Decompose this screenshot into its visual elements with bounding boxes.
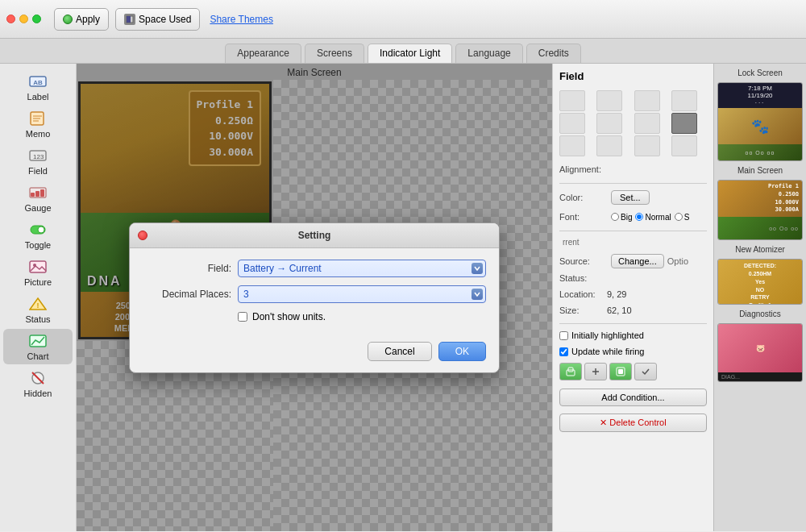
- sidebar-item-toggle[interactable]: Toggle: [3, 218, 73, 253]
- align-cell-11[interactable]: [634, 135, 660, 156]
- size-row: Size: 62, 10: [559, 305, 707, 315]
- maximize-window-btn[interactable]: [32, 15, 41, 23]
- align-cell-1[interactable]: [559, 90, 585, 111]
- source-change-button[interactable]: Change...: [611, 254, 664, 268]
- s-label: S: [684, 213, 690, 222]
- space-used-label: Space Used: [139, 14, 191, 25]
- label-icon: AB: [27, 73, 49, 90]
- sidebar-item-memo[interactable]: Memo: [3, 106, 73, 142]
- divider-1: [559, 183, 707, 184]
- location-value: 9, 29: [607, 289, 626, 299]
- modal-decimal-label: Decimal Places:: [143, 289, 231, 300]
- sidebar-item-gauge[interactable]: Gauge: [3, 181, 73, 216]
- sidebar-item-hidden[interactable]: Hidden: [3, 366, 73, 401]
- s-radio[interactable]: [675, 213, 683, 221]
- window-controls: [6, 15, 41, 23]
- status-label: Status:: [559, 273, 604, 283]
- modal-units-row: Don't show units.: [143, 311, 486, 322]
- sidebar-gauge-text: Gauge: [24, 203, 51, 213]
- close-window-btn[interactable]: [6, 15, 15, 23]
- align-cell-6[interactable]: [596, 113, 622, 134]
- align-cell-4[interactable]: [671, 90, 697, 111]
- align-cell-10[interactable]: [596, 135, 622, 156]
- field-alignment-grid: [559, 90, 707, 156]
- alignment-row: Alignment:: [559, 164, 707, 174]
- font-row: Font: Big Normal S: [559, 212, 707, 222]
- icon-btn-4[interactable]: [634, 363, 657, 380]
- font-label: Font:: [559, 212, 608, 222]
- location-label: Location:: [559, 289, 604, 299]
- main-p1: Profile 1: [721, 183, 799, 191]
- space-used-icon: [124, 14, 135, 25]
- main-screen-preview: Profile 1 0.250Ω 10.000V 30.000A oo Oo o…: [717, 180, 803, 240]
- memo-icon: [27, 110, 49, 127]
- lock-time: 7:18 PM 11/19/20 ···: [718, 83, 802, 108]
- tab-indicator-light[interactable]: Indicator Light: [368, 44, 452, 63]
- sidebar-item-status[interactable]: ! Status: [3, 292, 73, 327]
- apply-green-dot: [63, 15, 73, 24]
- status-icon: !: [27, 295, 49, 313]
- battery-current-text: rrent: [559, 238, 580, 247]
- icon-btn-3[interactable]: [609, 363, 632, 380]
- sidebar-item-label[interactable]: AB Label: [3, 69, 73, 105]
- main-layout: AB Label Memo 123 Field Gauge To: [0, 64, 806, 531]
- sidebar-item-picture[interactable]: Picture: [3, 255, 73, 290]
- color-set-button[interactable]: Set...: [611, 190, 650, 205]
- source-label: Source:: [559, 256, 608, 266]
- add-condition-button[interactable]: Add Condition...: [559, 389, 707, 406]
- icon-btn-2[interactable]: [584, 363, 607, 380]
- sidebar-chart-text: Chart: [27, 351, 49, 361]
- share-themes-link[interactable]: Share Themes: [210, 14, 273, 25]
- initially-highlighted-checkbox[interactable]: [559, 331, 568, 340]
- modal-ok-button[interactable]: OK: [438, 342, 486, 361]
- toolbar: Apply Space Used Share Themes: [0, 0, 806, 39]
- sidebar-item-field[interactable]: 123 Field: [3, 143, 73, 179]
- new-atomizer-section-label: New Atomizer: [717, 245, 803, 254]
- sidebar: AB Label Memo 123 Field Gauge To: [0, 64, 77, 531]
- size-label: Size:: [559, 305, 604, 315]
- tab-credits[interactable]: Credits: [526, 44, 581, 63]
- delete-control-button[interactable]: ✕ Delete Control: [559, 414, 707, 432]
- normal-radio[interactable]: [635, 213, 643, 221]
- tabs-bar: Appearance Screens Indicator Light Langu…: [0, 39, 806, 64]
- sidebar-item-chart[interactable]: Chart: [3, 329, 73, 364]
- align-cell-12[interactable]: [671, 135, 697, 156]
- font-radio-group: Big Normal S: [611, 213, 689, 222]
- big-radio[interactable]: [611, 213, 619, 221]
- align-cell-9[interactable]: [559, 135, 585, 156]
- update-while-firing-checkbox[interactable]: [559, 347, 568, 356]
- align-cell-3[interactable]: [634, 90, 660, 111]
- lock-screen-preview: 7:18 PM 11/19/20 ··· 🐾 oo Oo oo: [717, 82, 803, 161]
- svg-text:123: 123: [33, 153, 44, 160]
- tab-screens[interactable]: Screens: [305, 44, 364, 63]
- modal-title-bar: Setting: [130, 223, 499, 248]
- minimize-window-btn[interactable]: [19, 15, 28, 23]
- s-radio-opt: S: [675, 213, 690, 222]
- align-cell-8-selected[interactable]: [671, 113, 697, 134]
- dont-show-units-checkbox[interactable]: [238, 312, 247, 322]
- lock-screen-mid: 🐾: [718, 108, 802, 144]
- modal-field-select[interactable]: Battery → Current: [238, 260, 486, 277]
- tab-language[interactable]: Language: [455, 44, 522, 63]
- diag-text: DIAG...: [721, 374, 740, 380]
- modal-field-row: Field: Battery → Current: [143, 260, 486, 277]
- modal-field-select-arrow[interactable]: [472, 263, 483, 274]
- icon-btn-1[interactable]: [559, 363, 582, 380]
- align-cell-2[interactable]: [596, 90, 622, 111]
- space-used-button[interactable]: Space Used: [115, 8, 200, 31]
- apply-button[interactable]: Apply: [54, 8, 109, 31]
- modal-close-button[interactable]: [138, 231, 147, 240]
- normal-label: Normal: [645, 213, 671, 222]
- location-row: Location: 9, 29: [559, 289, 707, 299]
- modal-cancel-button[interactable]: Cancel: [368, 342, 431, 361]
- diagnostics-display: 🐷: [718, 324, 802, 372]
- align-cell-5[interactable]: [559, 113, 585, 134]
- align-cell-7[interactable]: [634, 113, 660, 134]
- modal-buttons: Cancel OK: [130, 334, 499, 372]
- modal-decimal-select-arrow[interactable]: [472, 289, 483, 300]
- lock-screen-char: 🐾: [751, 118, 769, 135]
- field-icon: 123: [27, 147, 49, 164]
- tab-appearance[interactable]: Appearance: [225, 44, 301, 63]
- modal-decimal-select[interactable]: 3: [238, 285, 486, 303]
- modal-field-label: Field:: [143, 263, 231, 274]
